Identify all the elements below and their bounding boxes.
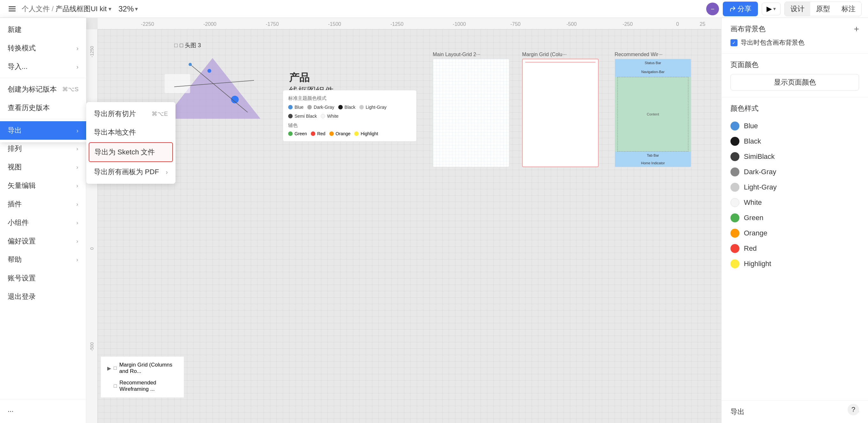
ruler-mark: -750 <box>510 21 521 27</box>
menu-button[interactable] <box>6 3 18 15</box>
mode-tabs: 设计 原型 标注 <box>784 2 862 16</box>
share-button[interactable]: 分享 <box>723 2 758 16</box>
avatar-button[interactable]: – <box>706 3 719 15</box>
ruler-mark: -500 <box>566 21 577 27</box>
color-swatch-lightgray <box>731 183 739 192</box>
submenu-export-sketch[interactable]: 导出为 Sketch 文件 <box>89 142 173 162</box>
file-menu-panel[interactable]: 新建 转换模式 › 导入... › 创建为标记版本 ⌘⌥S 查看历史版本 导出 … <box>0 18 86 142</box>
sidebar-item-logout[interactable]: 退出登录 <box>0 287 86 306</box>
palette-item-highlight[interactable]: Highlight <box>731 256 859 271</box>
frame-label-top: □ □ 头图 3 <box>174 41 201 49</box>
palette-item-red[interactable]: Red <box>731 241 859 256</box>
canvas-content[interactable]: □ □ 头图 3 产品 线框图组件 <box>98 29 721 423</box>
breadcrumb: 个人文件 / 产品线框图UI kit ▾ <box>22 4 112 14</box>
help-button[interactable]: ? <box>847 404 859 415</box>
palette-item-lightgray[interactable]: Light-Gray <box>731 180 859 195</box>
svg-point-10 <box>189 63 192 66</box>
sidebar-item-account[interactable]: 账号设置 <box>0 269 86 287</box>
ruler-mark: -1250 <box>390 21 403 27</box>
bottom-dots-button[interactable]: ··· <box>0 402 86 420</box>
menu-divider2 <box>0 119 86 119</box>
export-header: 导出 + <box>731 407 859 417</box>
layer-item-margin-grid[interactable]: ▶ □ Margin Grid (Columns and Ro... <box>101 359 184 377</box>
menu-item-new[interactable]: 新建 <box>0 21 86 39</box>
export-submenu-panel[interactable]: 导出所有切片 ⌘⌥E 导出本地文件 导出为 Sketch 文件 导出所有画板为 … <box>86 102 176 184</box>
tab-design[interactable]: 设计 <box>785 2 810 16</box>
export-include-bg-row: ✓ 导出时包含画布背景色 <box>731 38 859 47</box>
zoom-control[interactable]: 32% ▾ <box>115 3 141 15</box>
ruler-mark: 25 <box>700 21 705 27</box>
submenu-export-local[interactable]: 导出本地文件 <box>86 123 176 142</box>
submenu-export-pdf[interactable]: 导出所有画板为 PDF › <box>86 163 176 181</box>
svg-rect-6 <box>165 74 190 93</box>
frame-margin-grid-label: Margin Grid (Colu··· <box>522 52 605 167</box>
color-swatch-white <box>731 198 739 207</box>
ruler-mark: -1750 <box>266 21 279 27</box>
sidebar-item-view[interactable]: 视图 › <box>0 158 86 176</box>
menu-item-import[interactable]: 导入... › <box>0 57 86 76</box>
breadcrumb-sep: / <box>52 5 54 13</box>
palette-item-black[interactable]: Black <box>731 134 859 149</box>
sidebar-item-prefs[interactable]: 偏好设置 › <box>0 232 86 251</box>
sidebar-bottom: ··· <box>0 399 86 423</box>
ruler-mark-v3: 0 <box>89 247 94 250</box>
sidebar-item-help[interactable]: 帮助 › <box>0 251 86 269</box>
ruler-mark-v: -1250 <box>89 46 94 57</box>
ruler-mark: 0 <box>676 21 679 27</box>
ruler-mark-v4: -500 <box>89 342 94 351</box>
palette-item-darkgray[interactable]: Dark-Gray <box>731 164 859 180</box>
canvas-bg-header: 画布背景色 + <box>731 24 859 34</box>
ruler-mark: -2250 <box>141 21 154 27</box>
svg-point-9 <box>208 69 211 73</box>
svg-rect-1 <box>9 8 16 9</box>
canvas-area[interactable]: -2250 -2000 -1750 -1500 -1250 -1000 -750… <box>86 18 721 423</box>
menu-item-export[interactable]: 导出 › <box>0 121 86 140</box>
breadcrumb-current[interactable]: 产品线框图UI kit ▾ <box>56 4 112 14</box>
topbar: 个人文件 / 产品线框图UI kit ▾ 32% ▾ – 分享 ▶ ▾ 设计 原 <box>0 0 868 18</box>
layer-item-recommended[interactable]: ▶ □ Recommended Wireframing ... <box>101 377 184 395</box>
right-panel: 画布背景色 + ✓ 导出时包含画布背景色 页面颜色 显示页面颜色 颜色样式 Bl… <box>721 18 868 423</box>
sidebar-item-plugins[interactable]: 插件 › <box>0 195 86 214</box>
topbar-right: – 分享 ▶ ▾ 设计 原型 标注 <box>706 2 862 16</box>
ruler-mark: -1500 <box>328 21 341 27</box>
tab-annotate[interactable]: 标注 <box>836 2 861 16</box>
frame-margin-grid[interactable] <box>522 59 599 167</box>
palette-item-blue[interactable]: Blue <box>731 118 859 134</box>
svg-rect-2 <box>9 10 16 11</box>
palette-item-green[interactable]: Green <box>731 210 859 226</box>
color-swatch-highlight <box>731 259 739 268</box>
display-color-button[interactable]: 显示页面颜色 <box>731 74 859 91</box>
breadcrumb-home[interactable]: 个人文件 <box>22 4 50 14</box>
page-color-header: 页面颜色 <box>731 60 859 69</box>
color-swatch-simiblack <box>731 152 739 161</box>
palette-item-white[interactable]: White <box>731 195 859 210</box>
menu-item-convert[interactable]: 转换模式 › <box>0 39 86 57</box>
play-button[interactable]: ▶ ▾ <box>762 3 781 15</box>
topbar-left: 个人文件 / 产品线框图UI kit ▾ 32% ▾ <box>6 3 701 15</box>
sidebar-item-vector[interactable]: 矢量编辑 › <box>0 176 86 195</box>
tab-proto[interactable]: 原型 <box>810 2 836 16</box>
color-swatch-red <box>731 244 739 253</box>
menu-item-view-history[interactable]: 查看历史版本 <box>0 99 86 117</box>
color-swatch-orange <box>731 229 739 238</box>
sidebar-item-widgets[interactable]: 小组件 › <box>0 214 86 232</box>
frame-recommended-label: Recommended Wir··· Status Bar Navigation… <box>615 52 698 167</box>
ruler-mark: -250 <box>623 21 633 27</box>
color-swatch-black <box>731 137 739 146</box>
submenu-export-slices[interactable]: 导出所有切片 ⌘⌥E <box>86 105 176 123</box>
frame-main-layout[interactable] <box>433 59 509 167</box>
palette-item-orange[interactable]: Orange <box>731 226 859 241</box>
color-swatch-darkgray <box>731 167 739 176</box>
page-color-section: 页面颜色 显示页面颜色 <box>721 54 868 97</box>
layers-list: ▶ □ Margin Grid (Columns and Ro... ▶ □ R… <box>101 356 184 397</box>
add-canvas-bg-button[interactable]: + <box>854 25 859 33</box>
frame-recommended[interactable]: Status Bar Navigation-Bar Content Tab Ba… <box>615 59 691 167</box>
menu-divider <box>0 78 86 78</box>
menu-item-create-version[interactable]: 创建为标记版本 ⌘⌥S <box>0 80 86 99</box>
ruler-left: -1250 -250 0 -500 <box>86 29 98 423</box>
export-include-bg-checkbox[interactable]: ✓ <box>731 39 738 46</box>
ruler-mark: -2000 <box>203 21 216 27</box>
svg-rect-0 <box>9 6 16 7</box>
palette-section: 颜色样式 Blue Black SimiBlack Dark-Gray Ligh… <box>721 97 868 278</box>
palette-item-simiblack[interactable]: SimiBlack <box>731 149 859 164</box>
